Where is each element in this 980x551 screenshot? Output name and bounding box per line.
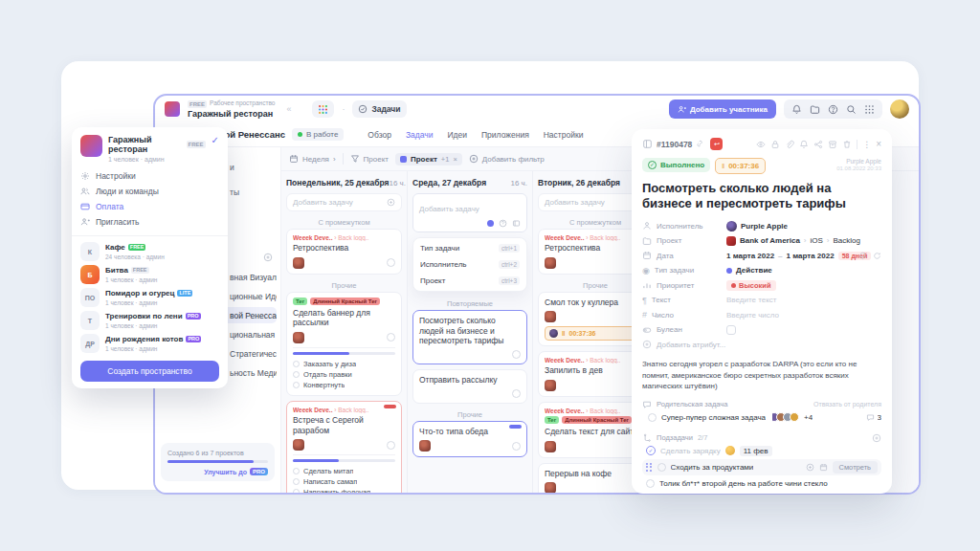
field-priority[interactable]: Приоритет Высокий: [642, 278, 881, 294]
task-checkbox[interactable]: [387, 441, 395, 450]
collapse-sidebar-icon[interactable]: «: [286, 104, 291, 114]
tab-apps[interactable]: Приложения: [481, 130, 529, 140]
menu-settings[interactable]: Настройки: [80, 168, 219, 184]
workspace-meta[interactable]: FREE Рабочее пространство Гаражный ресто…: [188, 100, 275, 119]
archive-icon[interactable]: [828, 140, 837, 149]
card-view-icon[interactable]: [512, 219, 521, 228]
number-input-placeholder[interactable]: Введите число: [726, 311, 779, 320]
boolean-checkbox[interactable]: [726, 325, 736, 335]
copy-link-icon[interactable]: [696, 140, 704, 148]
subtask-row[interactable]: Отдать правки: [293, 369, 395, 380]
close-panel-icon[interactable]: ×: [876, 139, 881, 149]
task-checkbox[interactable]: [648, 413, 657, 422]
more-menu-icon[interactable]: ⋮: [862, 140, 871, 149]
workspace-item-trenirovki[interactable]: Т Тренировки по лениPRO1 человек · админ: [72, 309, 228, 332]
open-subtask-button[interactable]: Смотреть: [833, 461, 878, 474]
field-number[interactable]: #Число Введите число: [642, 308, 881, 323]
workspace-logo[interactable]: [165, 101, 180, 117]
field-date[interactable]: Дата 1 марта 2022–1 марта 202258 дней: [642, 249, 881, 264]
task-checkbox-checked[interactable]: ✓: [646, 446, 656, 455]
trash-icon[interactable]: [842, 140, 852, 149]
calendar-icon[interactable]: [819, 463, 828, 472]
repeat-icon[interactable]: [873, 252, 881, 260]
task-card-overdue[interactable]: Weeek Deve.. › Back logg.. Встреча с Сер…: [286, 401, 402, 493]
task-checkbox[interactable]: [387, 333, 395, 342]
remove-filter-icon[interactable]: ×: [453, 155, 457, 164]
task-card[interactable]: Отправить рассылку: [412, 369, 527, 404]
unlink-parent-button[interactable]: Отвязать от родителя: [813, 401, 881, 408]
workspace-item-dni[interactable]: ДР Дни рождения котовPRO1 человек · адми…: [72, 332, 228, 355]
user-avatar[interactable]: [890, 99, 909, 119]
add-attribute-button[interactable]: Добавить атрибут...: [642, 338, 881, 353]
subtask-row-done[interactable]: ✓ Сделать зарядку 11 фев: [642, 443, 881, 459]
tab-tasks-active[interactable]: Задачи: [406, 130, 434, 140]
add-task-input-active[interactable]: Добавить задачу: [412, 193, 527, 232]
task-card-selected[interactable]: Посмотреть сколько людей на бизнесе и пе…: [412, 310, 527, 364]
filter-type[interactable]: Проект: [350, 154, 389, 164]
subtask-row-hovered[interactable]: Сходить за продуктами Смотреть: [642, 459, 881, 475]
help-icon[interactable]: [499, 219, 507, 228]
add-task-input[interactable]: Добавить задачу: [286, 193, 402, 211]
field-type[interactable]: ◉Тип задачи Действие: [642, 263, 881, 278]
dropdown-item-type[interactable]: Тип задачиctrl+1: [413, 240, 526, 256]
search-icon[interactable]: [846, 104, 857, 115]
type-dot-icon[interactable]: [487, 220, 494, 227]
field-text[interactable]: ¶Текст Введите текст: [642, 293, 881, 308]
workspace-item-kafe[interactable]: К КафеFREE24 человека · админ: [72, 240, 228, 263]
workspace-item-bitva[interactable]: Б БитваFREE1 человек · админ: [72, 263, 228, 286]
task-checkbox[interactable]: [512, 350, 521, 359]
tab-overview[interactable]: Обзор: [368, 130, 391, 140]
subtask-row[interactable]: Направить фолоуап: [293, 487, 395, 493]
status-done-badge[interactable]: ✓Выполнено: [642, 158, 710, 172]
help-icon[interactable]: [828, 104, 838, 115]
task-checkbox[interactable]: [387, 258, 395, 267]
task-checkbox[interactable]: [657, 463, 666, 472]
subtask-row[interactable]: Толик бл*т* второй день на работе чини с…: [642, 475, 881, 492]
app-launcher[interactable]: [312, 100, 334, 118]
subtask-row[interactable]: Конвертнуть: [293, 380, 395, 390]
timer-badge[interactable]: ‖00:37:36: [715, 158, 766, 174]
menu-people[interactable]: Люди и команды: [80, 184, 219, 199]
task-checkbox[interactable]: [512, 442, 521, 451]
view-switcher[interactable]: Неделя ›: [289, 154, 336, 164]
reminder-bell-icon[interactable]: [858, 252, 867, 260]
eye-icon[interactable]: [756, 140, 766, 149]
task-card-selected[interactable]: Что-то типа обеда: [412, 421, 527, 458]
add-project-icon[interactable]: [263, 253, 273, 262]
add-filter-button[interactable]: Добавить фильтр: [469, 154, 545, 164]
assign-icon[interactable]: [806, 463, 814, 472]
drag-handle[interactable]: [646, 463, 652, 472]
share-icon[interactable]: [813, 140, 823, 149]
field-project[interactable]: Проект Bank of America›iOS›Backlog: [642, 233, 881, 249]
apps-dots-icon[interactable]: [864, 104, 875, 115]
tab-settings[interactable]: Настройки: [544, 130, 584, 140]
task-card[interactable]: ТегДлинный Красный Тег Сделать баннер дл…: [286, 292, 402, 396]
parent-task-row[interactable]: Супер-пупер сложная задача +4 3: [642, 409, 881, 426]
create-workspace-button[interactable]: Создать пространство: [80, 361, 219, 382]
menu-invite[interactable]: Пригласить: [80, 214, 219, 230]
sidebar-item-fragment[interactable]: и: [230, 163, 234, 172]
project-status[interactable]: В работе: [292, 128, 344, 141]
tab-tasks[interactable]: Задачи: [352, 100, 406, 118]
task-checkbox[interactable]: [646, 479, 655, 488]
paperclip-icon[interactable]: [785, 140, 794, 149]
add-member-button[interactable]: Добавить участника: [669, 99, 776, 119]
field-boolean[interactable]: Булеан: [642, 322, 881, 338]
tab-ideas[interactable]: Идеи: [447, 130, 467, 140]
lock-icon[interactable]: [770, 140, 780, 149]
notifications-icon[interactable]: [791, 104, 802, 115]
dropdown-item-project[interactable]: Проектctrl+3: [413, 273, 526, 289]
notifications-icon[interactable]: [799, 140, 809, 149]
subtask-row[interactable]: Заказать у диза: [293, 359, 395, 369]
sidebar-item-fragment[interactable]: ты: [230, 187, 239, 197]
upgrade-link[interactable]: Улучшить до PRO: [167, 468, 268, 475]
workspace-item-pomidor[interactable]: ПО Помидор и огурецLITE1 человек · админ: [72, 286, 228, 309]
task-checkbox[interactable]: [512, 389, 521, 398]
dropdown-item-assignee[interactable]: Исполнительctrl+2: [413, 256, 526, 273]
subtask-row[interactable]: Написать самап: [293, 476, 395, 487]
filter-chip-project[interactable]: Проект +1 ×: [395, 153, 462, 165]
new-subtask-row[interactable]: Новая задача...: [642, 492, 881, 494]
task-card[interactable]: Weeek Deve.. › Back logg.. Ретроспектива: [286, 229, 402, 275]
current-workspace-row[interactable]: Гаражный ресторанFREE 1 человек · админ …: [72, 127, 228, 168]
field-assignee[interactable]: Исполнитель Purple Apple: [642, 219, 881, 234]
